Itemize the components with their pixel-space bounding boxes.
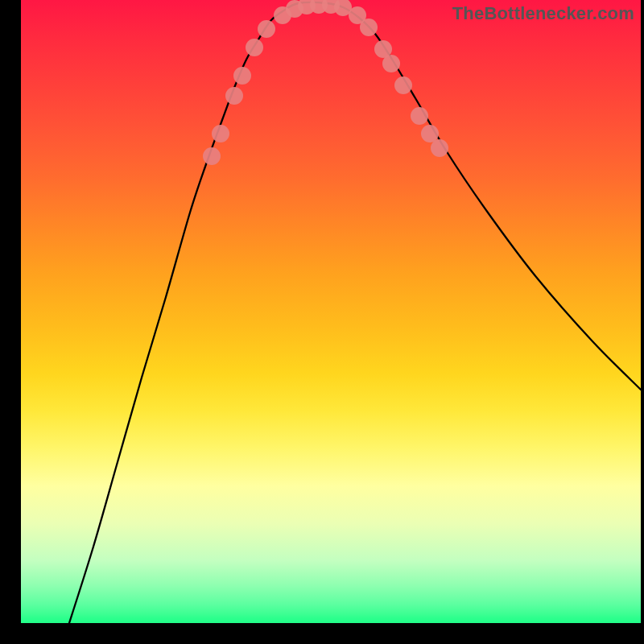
curve-marker [212, 125, 229, 142]
curve-marker [382, 55, 400, 72]
chart-frame: TheBottlenecker.com [0, 0, 644, 644]
curve-marker [246, 39, 263, 56]
curve-marker [360, 19, 378, 36]
curve-marker [258, 20, 275, 38]
curve-marker [411, 107, 428, 125]
curve-markers [203, 0, 448, 165]
curve-marker [431, 139, 448, 157]
chart-plot-area: TheBottlenecker.com [21, 0, 641, 623]
curve-svg [21, 0, 641, 623]
curve-marker [394, 76, 412, 94]
curve-marker [225, 87, 243, 105]
curve-group [69, 0, 641, 623]
curve-marker [233, 67, 251, 85]
curve-marker [421, 125, 439, 142]
bottleneck-curve-line [69, 2, 641, 623]
curve-marker [203, 147, 221, 165]
